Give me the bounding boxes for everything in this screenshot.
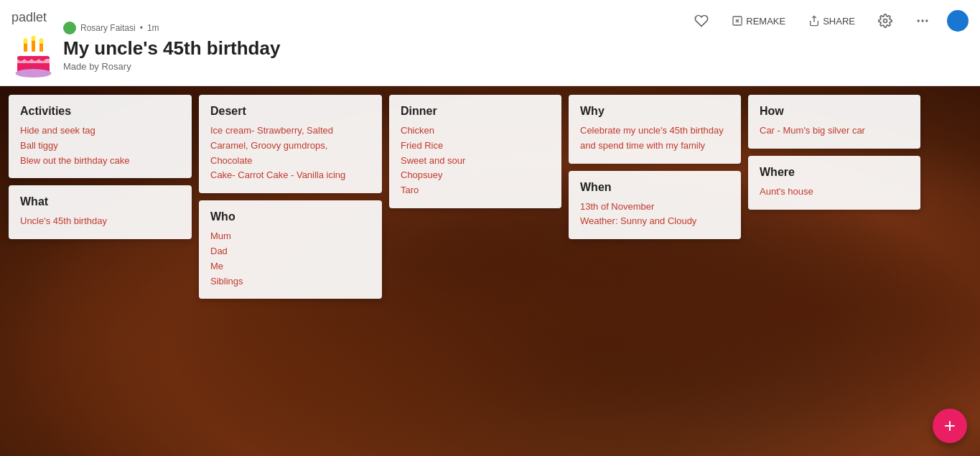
remake-icon — [732, 15, 743, 27]
when-title: When — [580, 181, 729, 194]
desert-item-3: Chocolate — [210, 154, 370, 169]
header-meta: Rosary Faitasi • 1m — [63, 22, 280, 34]
header: padlet — [0, 0, 980, 86]
page-icon — [11, 22, 55, 72]
app-logo[interactable]: padlet — [11, 10, 47, 25]
desert-item-2: Caramel, Groovy gumdrops, — [210, 139, 370, 154]
svg-point-3 — [23, 38, 27, 44]
page-title: My uncle's 45th birthday — [63, 37, 280, 60]
what-title: What — [20, 195, 180, 208]
svg-point-5 — [39, 38, 43, 44]
time-ago: 1m — [147, 23, 159, 33]
why-text: Celebrate my uncle's 45th birthday and s… — [580, 124, 729, 154]
when-item-2: Weather: Sunny and Cloudy — [580, 214, 729, 229]
add-post-button[interactable]: + — [933, 409, 967, 443]
desert-item-4: Cake- Carrot Cake - Vanilla icing — [210, 168, 370, 183]
desert-item-1: Ice cream- Strawberry, Salted — [210, 124, 370, 139]
more-button[interactable] — [910, 11, 935, 31]
cards-area: Activities Hide and seek tag Ball tiggy … — [0, 86, 980, 456]
who-item-2: Dad — [210, 244, 370, 259]
share-label: SHARE — [823, 16, 855, 27]
where-title: Where — [760, 166, 909, 179]
remake-button[interactable]: REMAKE — [726, 12, 791, 29]
how-title: How — [760, 105, 909, 118]
column-4: Why Celebrate my uncle's 45th birthday a… — [569, 95, 741, 239]
what-text: Uncle's 45th birthday — [20, 214, 180, 229]
author-avatar — [63, 22, 76, 34]
what-card: What Uncle's 45th birthday — [9, 185, 192, 239]
cake-icon — [14, 36, 53, 83]
dinner-item-4: Chopsuey — [401, 168, 550, 183]
gear-icon — [878, 14, 892, 28]
like-button[interactable] — [689, 11, 714, 31]
share-button[interactable]: SHARE — [803, 12, 861, 29]
svg-point-16 — [925, 19, 928, 22]
dinner-item-1: Chicken — [401, 124, 550, 139]
activities-item-3: Blew out the birthday cake — [20, 154, 180, 169]
who-item-4: Siblings — [210, 274, 370, 289]
activities-card: Activities Hide and seek tag Ball tiggy … — [9, 95, 192, 178]
why-title: Why — [580, 105, 729, 118]
dinner-item-2: Fried Rice — [401, 139, 550, 154]
where-text: Aunt's house — [760, 185, 909, 200]
activities-title: Activities — [20, 105, 180, 118]
where-card: Where Aunt's house — [748, 156, 920, 210]
column-3: Dinner Chicken Fried Rice Sweet and sour… — [389, 95, 561, 208]
settings-button[interactable] — [872, 11, 898, 31]
why-card: Why Celebrate my uncle's 45th birthday a… — [569, 95, 741, 164]
how-text: Car - Mum's big silver car — [760, 124, 909, 139]
who-card: Who Mum Dad Me Siblings — [199, 200, 382, 299]
activities-item-2: Ball tiggy — [20, 139, 180, 154]
when-card: When 13th of November Weather: Sunny and… — [569, 171, 741, 240]
who-item-3: Me — [210, 259, 370, 274]
dinner-card: Dinner Chicken Fried Rice Sweet and sour… — [389, 95, 561, 208]
heart-icon — [694, 14, 709, 28]
svg-point-8 — [15, 69, 51, 78]
column-2: Desert Ice cream- Strawberry, Salted Car… — [199, 95, 382, 299]
svg-point-13 — [884, 19, 887, 23]
dinner-item-3: Sweet and sour — [401, 154, 550, 169]
dinner-title: Dinner — [401, 105, 550, 118]
activities-item-1: Hide and seek tag — [20, 124, 180, 139]
header-actions: REMAKE SHARE — [689, 10, 969, 32]
separator: • — [140, 23, 143, 33]
svg-point-15 — [921, 19, 923, 22]
header-info: Rosary Faitasi • 1m My uncle's 45th birt… — [63, 22, 280, 72]
when-item-1: 13th of November — [580, 200, 729, 215]
who-title: Who — [210, 210, 370, 223]
column-5: How Car - Mum's big silver car Where Aun… — [748, 95, 920, 210]
desert-card: Desert Ice cream- Strawberry, Salted Car… — [199, 95, 382, 193]
svg-point-14 — [918, 19, 920, 22]
who-item-1: Mum — [210, 229, 370, 244]
page-subtitle: Made by Rosary — [63, 61, 280, 72]
how-card: How Car - Mum's big silver car — [748, 95, 920, 149]
main-content: Activities Hide and seek tag Ball tiggy … — [0, 86, 980, 456]
share-icon — [808, 15, 820, 27]
user-avatar[interactable] — [947, 10, 969, 32]
column-1: Activities Hide and seek tag Ball tiggy … — [9, 95, 192, 239]
remake-label: REMAKE — [746, 16, 785, 27]
author-name: Rosary Faitasi — [80, 23, 136, 33]
dinner-item-5: Taro — [401, 183, 550, 198]
desert-title: Desert — [210, 105, 370, 118]
more-icon — [915, 14, 930, 28]
